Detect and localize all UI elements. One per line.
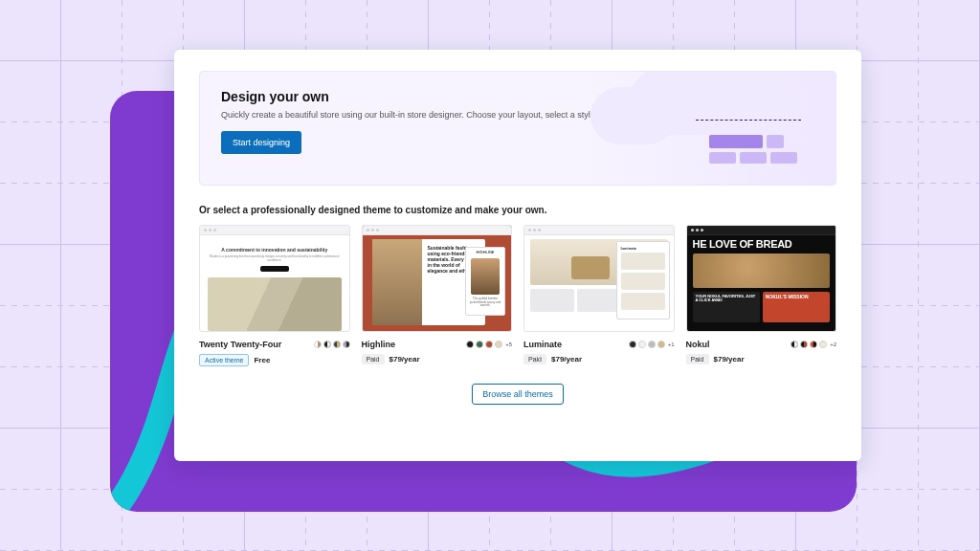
swatch[interactable] (638, 341, 646, 348)
dashed-line (696, 120, 801, 121)
theme-name: Twenty Twenty-Four (199, 340, 281, 349)
section-label: Or select a professionally designed them… (199, 205, 836, 215)
cloud-shape (629, 71, 801, 135)
theme-grid: A commitment to innovation and sustainab… (199, 225, 836, 366)
preview-caption: This quilted bomber jacket blends luxury… (466, 295, 504, 311)
swatch[interactable] (791, 341, 798, 348)
more-swatches[interactable]: +2 (830, 342, 836, 347)
paid-badge: Paid (523, 354, 546, 364)
swatch[interactable] (810, 341, 817, 348)
color-swatches: +2 (791, 341, 836, 348)
swatch[interactable] (314, 341, 322, 348)
theme-name: Luminate (523, 340, 562, 349)
color-swatches (314, 341, 350, 348)
banner-illustration: ✂ (629, 77, 830, 181)
preview-cta (260, 266, 289, 272)
browse-all-themes-button[interactable]: Browse all themes (472, 384, 564, 405)
theme-price: Free (254, 356, 270, 364)
theme-card-luminate[interactable]: luminate Luminate +1 Paid $79/year (523, 225, 675, 366)
start-designing-button[interactable]: Start designing (221, 131, 301, 154)
swatch[interactable] (476, 341, 483, 348)
preview-tile: NOKUL'S MISSION (763, 292, 830, 322)
swatch[interactable] (323, 341, 331, 348)
preview-mobile: HIGHLINE This quilted bomber jacket blen… (465, 247, 505, 316)
preview-tile: YOUR NOKUL FAVORITES, JUST A CLICK AWAY. (693, 292, 760, 322)
theme-price: $79/year (390, 355, 420, 364)
preview-heading: A commitment to innovation and sustainab… (208, 247, 342, 253)
swatch[interactable] (800, 341, 808, 348)
theme-card-nokul[interactable]: HE LOVE OF BREAD YOUR NOKUL FAVORITES, J… (686, 225, 837, 366)
swatch[interactable] (629, 341, 636, 348)
theme-name: Nokul (686, 340, 710, 349)
preview-photo (471, 258, 500, 295)
preview-photo (693, 253, 831, 288)
color-swatches: +5 (466, 341, 512, 348)
theme-picker-panel: Design your own Quickly create a beautif… (174, 50, 861, 461)
theme-card-twenty-twenty-four[interactable]: A commitment to innovation and sustainab… (199, 225, 350, 366)
swatch[interactable] (648, 341, 656, 348)
preview-popup: luminate (616, 241, 670, 320)
swatch[interactable] (333, 341, 341, 348)
active-theme-badge: Active theme (199, 354, 249, 366)
swatch[interactable] (819, 341, 827, 348)
swatch[interactable] (485, 341, 493, 348)
color-swatches: +1 (629, 341, 675, 348)
preview-photo (372, 239, 422, 325)
theme-card-highline[interactable]: Sustainable fashion, using eco-friendly … (362, 225, 513, 366)
theme-thumbnail: luminate (523, 225, 675, 332)
theme-price: $79/year (714, 355, 745, 364)
swatch[interactable] (466, 341, 474, 348)
preview-headline: HE LOVE OF BREAD (687, 235, 836, 253)
theme-price: $79/year (551, 355, 582, 364)
preview-logo: HIGHLINE (466, 248, 504, 254)
theme-thumbnail: HE LOVE OF BREAD YOUR NOKUL FAVORITES, J… (686, 225, 837, 332)
swatch[interactable] (343, 341, 350, 348)
more-swatches[interactable]: +5 (505, 342, 512, 347)
paid-badge: Paid (686, 354, 709, 364)
preview-sub: Études is a pioneering firm that seamles… (208, 254, 342, 262)
theme-name: Highline (362, 340, 396, 349)
swatch[interactable] (657, 341, 665, 348)
theme-thumbnail: A commitment to innovation and sustainab… (199, 225, 350, 332)
swatch[interactable] (495, 341, 502, 348)
preview-photo (208, 277, 342, 331)
paid-badge: Paid (362, 354, 385, 364)
layout-blocks (709, 135, 805, 164)
theme-thumbnail: Sustainable fashion, using eco-friendly … (362, 225, 513, 332)
design-your-own-banner: Design your own Quickly create a beautif… (199, 71, 836, 186)
popup-title: luminate (621, 246, 665, 251)
more-swatches[interactable]: +1 (668, 342, 675, 347)
